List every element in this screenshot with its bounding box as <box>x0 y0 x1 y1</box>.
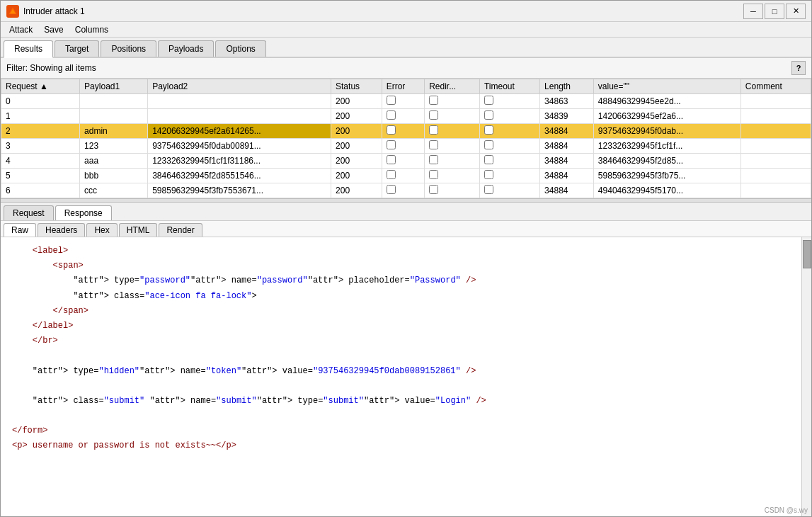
col-header-comment[interactable]: Comment <box>740 79 811 94</box>
redir-checkbox[interactable] <box>429 140 438 149</box>
maximize-button[interactable]: □ <box>765 4 784 19</box>
code-line <box>12 380 790 393</box>
title-bar-left: Intruder attack 1 <box>6 5 85 18</box>
table-row[interactable]: 2admin142066329945ef2a614265...200348849… <box>1 124 811 139</box>
code-line: <p> username or password is not exists~~… <box>12 439 790 453</box>
col-header-payload1[interactable]: Payload1 <box>80 79 148 94</box>
error-checkbox[interactable] <box>387 170 396 179</box>
redir-checkbox[interactable] <box>429 155 438 164</box>
code-line: "attr"> type="hidden""attr"> name="token… <box>12 365 790 378</box>
subtab-hex[interactable]: Hex <box>86 223 117 237</box>
timeout-checkbox[interactable] <box>484 110 493 120</box>
timeout-checkbox[interactable] <box>484 170 493 179</box>
tab-target[interactable]: Target <box>55 40 99 57</box>
tab-payloads[interactable]: Payloads <box>158 40 214 57</box>
redir-checkbox[interactable] <box>429 170 438 179</box>
col-header-timeout[interactable]: Timeout <box>479 79 539 94</box>
redir-checkbox[interactable] <box>429 185 438 194</box>
table-row[interactable]: 020034863488496329945ee2d... <box>1 94 811 109</box>
right-scrollbar[interactable] <box>801 237 811 516</box>
title-bar: Intruder attack 1 ─ □ ✕ <box>1 1 811 22</box>
error-checkbox[interactable] <box>387 140 396 149</box>
subtab-render[interactable]: Render <box>159 223 202 237</box>
menu-bar: Attack Save Columns <box>1 22 811 38</box>
watermark: CSDN @s.wy <box>765 506 808 514</box>
col-header-redir[interactable]: Redir... <box>425 79 480 94</box>
menu-save[interactable]: Save <box>38 23 69 36</box>
subtab-html[interactable]: HTML <box>119 223 158 237</box>
table-row[interactable]: 120034839142066329945ef2a6... <box>1 109 811 124</box>
code-line: </span> <box>12 305 790 318</box>
menu-columns[interactable]: Columns <box>69 23 114 36</box>
bottom-sub-tab-bar: Raw Headers Hex HTML Render <box>1 221 811 237</box>
main-tab-bar: Results Target Positions Payloads Option… <box>1 38 811 58</box>
tab-options[interactable]: Options <box>215 40 265 57</box>
filter-help-button[interactable]: ? <box>791 61 806 75</box>
code-line: <label> <box>12 244 790 258</box>
col-header-status[interactable]: Status <box>331 79 382 94</box>
table-row[interactable]: 3123937546329945f0dab00891...20034884123… <box>1 139 811 154</box>
minimize-button[interactable]: ─ <box>743 4 763 19</box>
menu-attack[interactable]: Attack <box>4 23 38 36</box>
timeout-checkbox[interactable] <box>484 185 493 194</box>
scrollbar-thumb[interactable] <box>803 240 811 268</box>
tab-positions[interactable]: Positions <box>101 40 156 57</box>
code-line <box>12 349 790 363</box>
error-checkbox[interactable] <box>387 96 396 105</box>
timeout-checkbox[interactable] <box>484 140 493 149</box>
code-line: </form> <box>12 424 790 438</box>
code-line: </label> <box>12 319 790 333</box>
redir-checkbox[interactable] <box>429 125 438 135</box>
timeout-checkbox[interactable] <box>484 155 493 164</box>
app-icon <box>6 5 19 18</box>
table-row[interactable]: 4aaa123326329945f1cf1f31186...2003488438… <box>1 154 811 169</box>
col-header-value[interactable]: value="" <box>593 79 740 94</box>
table-row[interactable]: 6ccc598596329945f3fb7553671...2003488449… <box>1 183 811 198</box>
tab-response[interactable]: Response <box>55 205 112 220</box>
error-checkbox[interactable] <box>387 110 396 120</box>
main-content: Filter: Showing all items ? Request ▲ Pa… <box>1 58 811 516</box>
code-line: "attr"> class="ace-icon fa fa-lock"> <box>12 290 790 303</box>
bottom-panel: Request Response Raw Headers Hex HTML Re… <box>1 203 811 516</box>
results-table: Request ▲ Payload1 Payload2 Status Error… <box>1 79 811 198</box>
error-checkbox[interactable] <box>387 125 396 135</box>
error-checkbox[interactable] <box>387 185 396 194</box>
subtab-raw[interactable]: Raw <box>4 223 36 237</box>
filter-bar: Filter: Showing all items ? <box>1 58 811 79</box>
error-checkbox[interactable] <box>387 155 396 164</box>
main-window: Intruder attack 1 ─ □ ✕ Attack Save Colu… <box>0 0 812 517</box>
timeout-checkbox[interactable] <box>484 96 493 105</box>
col-header-length[interactable]: Length <box>540 79 594 94</box>
timeout-checkbox[interactable] <box>484 125 493 135</box>
results-panel: Request ▲ Payload1 Payload2 Status Error… <box>1 79 811 198</box>
redir-checkbox[interactable] <box>429 110 438 120</box>
tab-request[interactable]: Request <box>4 205 54 220</box>
code-line <box>12 409 790 423</box>
code-line: </br> <box>12 334 790 348</box>
col-header-request[interactable]: Request ▲ <box>1 79 80 94</box>
close-button[interactable]: ✕ <box>786 4 806 19</box>
window-controls: ─ □ ✕ <box>743 4 806 19</box>
redir-checkbox[interactable] <box>429 96 438 105</box>
bottom-tab-bar: Request Response <box>1 203 811 221</box>
col-header-payload2[interactable]: Payload2 <box>148 79 331 94</box>
subtab-headers[interactable]: Headers <box>38 223 85 237</box>
code-area: <label> <span> "attr"> type="password""a… <box>1 237 801 516</box>
code-line: "attr"> type="password""attr"> name="pas… <box>12 274 790 288</box>
tab-results[interactable]: Results <box>4 40 53 58</box>
table-row[interactable]: 5bbb384646329945f2d8551546...20034884598… <box>1 169 811 183</box>
code-line: <span> <box>12 259 790 273</box>
col-header-error[interactable]: Error <box>382 79 424 94</box>
window-title: Intruder attack 1 <box>23 6 85 16</box>
results-table-container[interactable]: Request ▲ Payload1 Payload2 Status Error… <box>1 79 811 198</box>
code-line: "attr"> class="submit" "attr"> name="sub… <box>12 394 790 408</box>
filter-text: Filter: Showing all items <box>6 63 96 73</box>
